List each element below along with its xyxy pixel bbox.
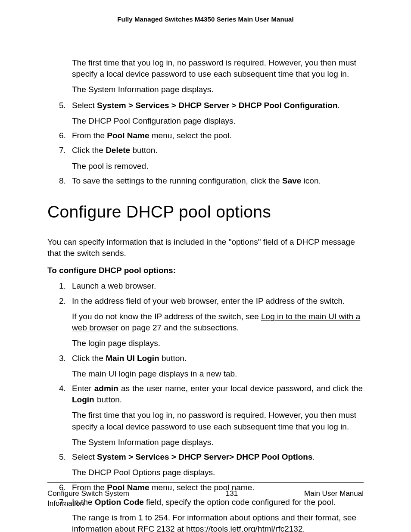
step-text: In the address field of your web browser… [72, 296, 364, 307]
document-page: Fully Managed Switches M4350 Series Main… [0, 0, 411, 532]
menu-path: System > Services > DHCP Server> DHCP Po… [97, 452, 312, 461]
ui-element: Delete [106, 146, 130, 155]
section-lead: You can specify information that is incl… [47, 236, 364, 259]
ui-element: Pool Name [107, 131, 149, 140]
text-fragment: . [312, 452, 314, 461]
step-text: Click the Main UI Login button. [72, 353, 364, 364]
step-result: The DHCP Pool Configuration page display… [72, 115, 364, 127]
section-heading: Configure DHCP pool options [47, 200, 364, 224]
text-fragment: To save the settings to the running conf… [72, 176, 282, 185]
text-fragment: Select [72, 101, 97, 110]
step-5: 5. Select System > Services > DHCP Serve… [59, 100, 364, 127]
step-text: Enter admin as the user name, enter your… [72, 383, 364, 405]
text-fragment: Select [72, 452, 97, 461]
step-2: 2. In the address field of your web brow… [59, 296, 364, 349]
task-heading: To configure DHCP pool options: [47, 265, 364, 276]
footer-rule [47, 482, 364, 483]
text-fragment: Enter [72, 384, 94, 393]
step-text: Click the Delete button. [72, 145, 364, 156]
step-4: 4. Enter admin as the user name, enter y… [59, 383, 364, 448]
text-fragment: button. [94, 395, 122, 404]
text-fragment: Click the [72, 354, 106, 363]
text-fragment: on page 27 and the subsections. [118, 323, 239, 332]
text-fragment: Click the [72, 146, 106, 155]
step-text: Select System > Services > DHCP Server >… [72, 100, 364, 111]
ui-element: Save [282, 176, 301, 185]
step-number: 7. [59, 145, 66, 156]
text-fragment: If you do not know the IP address of the… [72, 312, 261, 321]
text-fragment: . [338, 101, 340, 110]
step-number: 4. [59, 383, 66, 394]
step-text: Launch a web browser. [72, 280, 364, 292]
text-fragment: menu, select the pool. [149, 131, 232, 140]
continuation-paragraph: The first time that you log in, no passw… [72, 57, 364, 80]
footer-doc-title: Main User Manual [304, 489, 364, 499]
menu-path: System > Services > DHCP Server > DHCP P… [97, 101, 337, 110]
continuation-paragraph: The System Information page displays. [72, 84, 364, 95]
step-1: 1. Launch a web browser. [59, 280, 364, 292]
step-result: The DHCP Pool Options page displays. [72, 467, 364, 478]
text-fragment: . [302, 524, 305, 532]
text-fragment: button. [159, 354, 187, 363]
procedure-list-a: 5. Select System > Services > DHCP Serve… [47, 100, 364, 187]
running-header: Fully Managed Switches M4350 Series Main… [47, 16, 364, 23]
step-result: The pool is removed. [72, 161, 364, 172]
step-result: The main UI login page displays in a new… [72, 368, 364, 380]
step-text: If you do not know the IP address of the… [72, 311, 364, 333]
step-5b: 5. Select System > Services > DHCP Serve… [59, 451, 364, 478]
step-number: 1. [59, 280, 66, 292]
step-text: The range is from 1 to 254. For informat… [72, 512, 364, 532]
step-8: 8. To save the settings to the running c… [59, 175, 364, 187]
step-text: From the Pool Name menu, select the pool… [72, 130, 364, 141]
step-text: Select System > Services > DHCP Server> … [72, 451, 364, 463]
step-7: 7. Click the Delete button. The pool is … [59, 145, 364, 171]
step-number: 6. [59, 130, 66, 141]
step-3: 3. Click the Main UI Login button. The m… [59, 353, 364, 380]
step-number: 2. [59, 296, 66, 307]
step-text: To save the settings to the running conf… [72, 175, 364, 187]
step-number: 3. [59, 353, 66, 364]
text-fragment: From the [72, 131, 107, 140]
text-fragment: icon. [301, 176, 321, 185]
step-number: 5. [59, 100, 66, 111]
ui-element: Login [72, 395, 94, 404]
text-fragment: button. [130, 146, 157, 155]
step-number: 5. [59, 451, 66, 463]
page-body: The first time that you log in, no passw… [47, 57, 364, 532]
step-number: 8. [59, 175, 66, 187]
footer-chapter: Configure Switch System Information [47, 489, 159, 509]
step-result: The System Information page displays. [72, 437, 364, 448]
step-text: The first time that you log in, no passw… [72, 410, 364, 432]
ui-value: admin [94, 384, 118, 393]
text-fragment: as the user name, enter your local devic… [118, 384, 363, 393]
page-footer: Configure Switch System Information 131 … [47, 482, 364, 509]
step-result: The login page displays. [72, 338, 364, 349]
external-link[interactable]: https://tools.ietf.org/html/rfc2132 [186, 524, 302, 532]
ui-element: Main UI Login [106, 354, 159, 363]
page-number: 131 [226, 489, 238, 499]
step-6: 6. From the Pool Name menu, select the p… [59, 130, 364, 141]
